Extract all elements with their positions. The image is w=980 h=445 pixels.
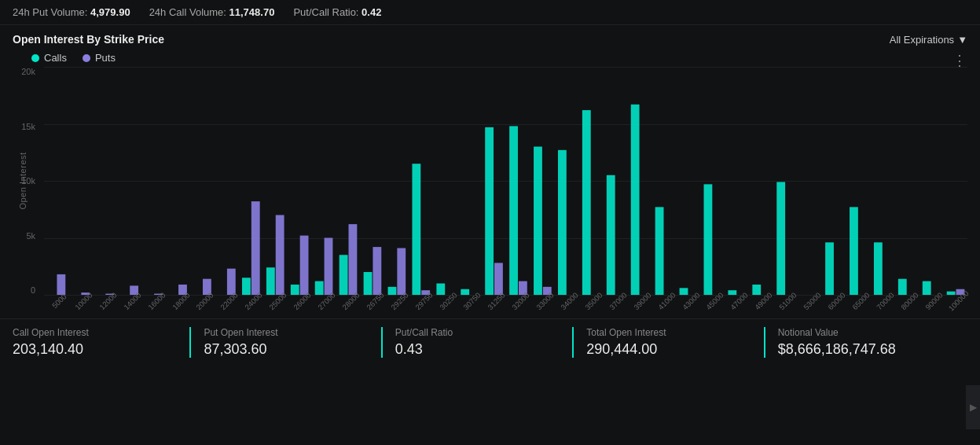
calls-dot xyxy=(31,54,39,62)
top-bar: 24h Put Volume: 4,979.90 24h Call Volume… xyxy=(0,0,980,25)
svg-rect-42 xyxy=(825,242,834,295)
svg-rect-40 xyxy=(752,285,761,295)
svg-rect-38 xyxy=(704,184,713,295)
svg-rect-18 xyxy=(364,272,373,295)
svg-rect-30 xyxy=(534,147,542,296)
chart-area: Open Interest 20k 15k 10k 5k 0 500010000… xyxy=(13,67,967,318)
svg-rect-21 xyxy=(397,248,406,295)
svg-rect-28 xyxy=(509,126,518,295)
svg-rect-24 xyxy=(436,284,445,296)
svg-rect-22 xyxy=(412,164,420,295)
svg-rect-25 xyxy=(461,289,469,295)
svg-rect-44 xyxy=(874,242,883,295)
svg-rect-33 xyxy=(582,110,591,295)
puts-dot xyxy=(83,54,90,62)
put-volume: 24h Put Volume: 4,979.90 xyxy=(13,6,130,18)
chart-title: Open Interest By Strike Price xyxy=(13,33,164,46)
svg-rect-12 xyxy=(291,285,299,295)
stat-item-3: Total Open Interest290,444.00 xyxy=(586,327,765,358)
svg-rect-34 xyxy=(607,175,615,295)
scrollbar-right[interactable]: ▶ xyxy=(966,385,980,429)
svg-rect-9 xyxy=(251,201,260,295)
svg-rect-15 xyxy=(325,238,333,296)
stat-item-2: Put/Call Ratio0.43 xyxy=(395,327,574,358)
svg-rect-43 xyxy=(850,207,858,295)
bottom-stats: Call Open Interest203,140.40Put Open Int… xyxy=(0,318,980,366)
svg-rect-11 xyxy=(276,215,284,296)
legend-calls: Calls xyxy=(31,52,67,64)
svg-rect-10 xyxy=(266,267,275,295)
svg-rect-8 xyxy=(242,278,251,295)
chevron-down-icon: ▼ xyxy=(957,34,967,46)
bar-chart-svg xyxy=(44,67,967,295)
svg-rect-46 xyxy=(923,281,931,295)
y-axis: Open Interest 20k 15k 10k 5k 0 xyxy=(13,67,40,295)
svg-rect-41 xyxy=(776,182,785,295)
x-axis: 5000100001200014000160001800020000220002… xyxy=(44,295,967,318)
y-label-rotated: Open Interest xyxy=(18,152,28,209)
svg-rect-36 xyxy=(655,207,664,295)
svg-rect-19 xyxy=(373,247,381,295)
svg-rect-37 xyxy=(680,288,688,295)
svg-rect-45 xyxy=(898,279,907,295)
legend-puts: Puts xyxy=(83,52,116,64)
svg-rect-32 xyxy=(558,150,567,295)
stat-item-1: Put Open Interest87,303.60 xyxy=(204,327,382,358)
expiry-selector[interactable]: All Expirations ▼ xyxy=(890,34,967,46)
svg-rect-20 xyxy=(388,287,397,295)
call-volume: 24h Call Volume: 11,748.70 xyxy=(149,6,275,18)
stat-item-4: Notional Value$8,666,186,747.68 xyxy=(778,327,955,358)
put-call-ratio: Put/Call Ratio: 0.42 xyxy=(293,6,381,18)
svg-rect-17 xyxy=(349,224,358,295)
svg-rect-16 xyxy=(340,255,348,295)
stat-item-0: Call Open Interest203,140.40 xyxy=(13,327,191,358)
chart-section: Open Interest By Strike Price All Expira… xyxy=(0,25,980,318)
svg-rect-35 xyxy=(631,105,640,295)
bar-chart-canvas xyxy=(44,67,967,295)
svg-rect-26 xyxy=(485,127,494,295)
svg-rect-13 xyxy=(300,236,309,295)
svg-rect-14 xyxy=(315,281,324,295)
